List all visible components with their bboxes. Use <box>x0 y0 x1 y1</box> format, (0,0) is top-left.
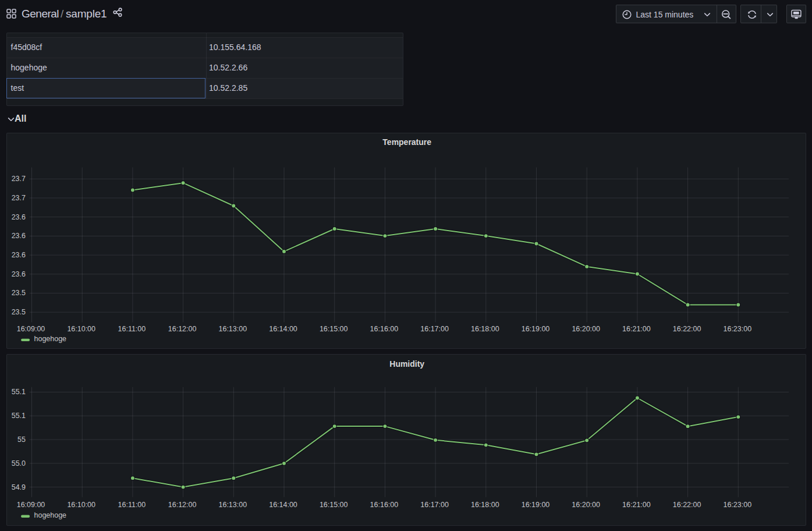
svg-text:16:16:00: 16:16:00 <box>370 324 398 332</box>
svg-text:16:09:00: 16:09:00 <box>16 324 45 332</box>
svg-text:16:09:00: 16:09:00 <box>16 501 45 509</box>
svg-text:16:19:00: 16:19:00 <box>521 501 549 509</box>
svg-text:23.6: 23.6 <box>11 270 25 278</box>
svg-text:16:23:00: 16:23:00 <box>723 324 751 332</box>
svg-text:16:22:00: 16:22:00 <box>672 501 701 509</box>
svg-text:16:12:00: 16:12:00 <box>168 324 196 332</box>
svg-text:16:10:00: 16:10:00 <box>67 324 95 332</box>
svg-text:Humidity: Humidity <box>389 359 424 369</box>
svg-text:16:13:00: 16:13:00 <box>218 324 247 332</box>
svg-text:16:21:00: 16:21:00 <box>622 324 651 332</box>
svg-text:55.1: 55.1 <box>11 412 25 420</box>
svg-text:16:16:00: 16:16:00 <box>370 501 398 509</box>
svg-text:16:12:00: 16:12:00 <box>168 501 196 509</box>
svg-text:23.6: 23.6 <box>11 213 25 221</box>
svg-text:23.7: 23.7 <box>11 175 25 183</box>
svg-text:16:18:00: 16:18:00 <box>470 324 499 332</box>
svg-text:55: 55 <box>17 436 26 444</box>
svg-text:hogehoge: hogehoge <box>34 511 66 519</box>
svg-text:hogehoge: hogehoge <box>34 335 66 343</box>
svg-text:16:15:00: 16:15:00 <box>319 324 348 332</box>
svg-text:23.5: 23.5 <box>11 289 25 297</box>
svg-text:16:14:00: 16:14:00 <box>269 501 297 509</box>
svg-text:16:11:00: 16:11:00 <box>118 324 146 332</box>
svg-text:16:15:00: 16:15:00 <box>319 501 348 509</box>
svg-text:16:10:00: 16:10:00 <box>67 501 95 509</box>
svg-text:Temperature: Temperature <box>382 137 431 147</box>
svg-text:16:20:00: 16:20:00 <box>572 324 600 332</box>
svg-text:16:20:00: 16:20:00 <box>572 501 600 509</box>
svg-text:23.5: 23.5 <box>11 308 25 316</box>
svg-text:16:17:00: 16:17:00 <box>420 501 449 509</box>
svg-text:23.7: 23.7 <box>11 193 25 201</box>
svg-text:16:14:00: 16:14:00 <box>269 324 297 332</box>
svg-text:16:21:00: 16:21:00 <box>622 501 651 509</box>
svg-text:16:19:00: 16:19:00 <box>521 324 549 332</box>
svg-text:16:17:00: 16:17:00 <box>420 324 449 332</box>
svg-text:23.6: 23.6 <box>11 232 25 240</box>
svg-text:55.0: 55.0 <box>11 459 25 468</box>
svg-text:16:13:00: 16:13:00 <box>218 501 247 509</box>
svg-text:54.9: 54.9 <box>11 483 25 491</box>
svg-text:16:22:00: 16:22:00 <box>672 324 701 332</box>
svg-text:23.6: 23.6 <box>11 251 25 259</box>
svg-text:55.1: 55.1 <box>11 388 25 397</box>
svg-text:16:23:00: 16:23:00 <box>723 501 751 509</box>
svg-text:16:18:00: 16:18:00 <box>470 501 499 509</box>
svg-text:16:11:00: 16:11:00 <box>118 501 146 509</box>
